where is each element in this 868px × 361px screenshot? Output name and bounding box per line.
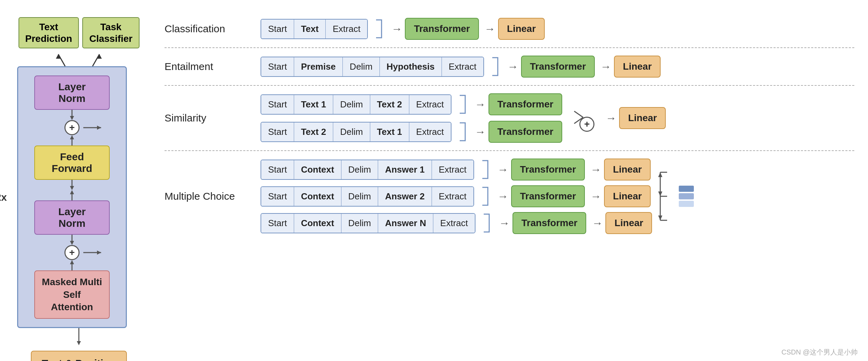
output-boxes: TextPrediction TaskClassifier — [19, 17, 140, 48]
classification-label: Classification — [165, 23, 254, 35]
layer-norm-2: Layer Norm — [34, 200, 110, 235]
mc-row-2: Start Context Delim Answer 2 Extract → T… — [261, 185, 652, 207]
similarity-row-1: Start Text 1 Delim Text 2 Extract → Tran… — [261, 93, 565, 115]
similarity-row-2: Start Text 2 Delim Text 1 Extract → Tran… — [261, 121, 565, 143]
tok-delim-s2: Delim — [333, 123, 370, 141]
plus-circle-2: + — [64, 245, 80, 260]
mc-start-2: Start — [261, 187, 294, 206]
mc-tokens-1: Start Context Delim Answer 1 Extract — [261, 160, 474, 180]
tok-start-s2: Start — [261, 123, 294, 141]
token-text: Text — [294, 20, 326, 38]
embed-box: Text & Position Embed — [31, 351, 127, 361]
task-classification: Classification Start Text Extract → Tran… — [165, 10, 854, 48]
svg-marker-15 — [70, 241, 74, 245]
mc-tokens-2: Start Context Delim Answer 2 Extract — [261, 186, 474, 207]
feed-forward-box: Feed Forward — [34, 145, 110, 180]
tok-delim-s1: Delim — [333, 95, 370, 114]
masked-attn-box: Masked MultiSelf Attention — [34, 270, 110, 319]
mc-row-1: Start Context Delim Answer 1 Extract → T… — [261, 159, 652, 180]
right-panel: Classification Start Text Extract → Tran… — [165, 10, 854, 242]
arrow-mc1: → — [497, 163, 508, 176]
mc-delim-1: Delim — [341, 160, 378, 179]
arrow-mc3b: → — [592, 217, 603, 230]
arrow-sim2: → — [475, 126, 486, 138]
arrow-1: → — [391, 23, 402, 35]
arrow-4: → — [600, 60, 611, 73]
transformer-classification: Transformer — [405, 18, 479, 40]
task-multiple-choice: Multiple Choice Start Context Delim Answ… — [165, 151, 854, 242]
svg-marker-28 — [658, 172, 662, 177]
mc-context-1: Context — [294, 160, 341, 179]
tok-text1-s2: Text 1 — [370, 123, 409, 141]
token-start-e: Start — [261, 57, 294, 76]
similarity-tokens-1: Start Text 1 Delim Text 2 Extract — [261, 94, 451, 115]
linear-sim: Linear — [619, 107, 666, 129]
transformer-mc1: Transformer — [511, 159, 585, 180]
mc-context-3: Context — [294, 214, 341, 233]
svg-marker-29 — [658, 191, 662, 196]
mc-label: Multiple Choice — [165, 190, 254, 202]
mc-extract-1: Extract — [432, 160, 473, 179]
task-classifier-box: TaskClassifier — [82, 17, 139, 48]
transformer-sim1: Transformer — [489, 93, 562, 115]
arrow-2: → — [484, 23, 495, 35]
watermark: CSDN @这个男人是小帅 — [781, 348, 858, 357]
transformer-block: Layer Norm + Feed Forward — [17, 66, 127, 328]
svg-marker-21 — [77, 341, 81, 345]
left-panel: TextPrediction TaskClassifier 12x Layer … — [14, 10, 144, 361]
similarity-tokens-2: Start Text 2 Delim Text 1 Extract — [261, 122, 451, 142]
plus-circle-sim: + — [579, 117, 594, 132]
linear-entailment: Linear — [614, 56, 661, 78]
linear-classification: Linear — [498, 18, 545, 40]
svg-line-22 — [574, 111, 583, 117]
mc-context-2: Context — [294, 187, 341, 206]
arrow-mc2: → — [497, 190, 508, 203]
linear-mc3: Linear — [605, 212, 652, 234]
task-entailment: Entailment Start Premise Delim Hypothesi… — [165, 48, 854, 86]
tok-extract-s1: Extract — [409, 95, 451, 114]
transformer-entailment: Transformer — [521, 56, 595, 78]
classification-tokens: Start Text Extract — [261, 19, 368, 39]
main-container: TextPrediction TaskClassifier 12x Layer … — [0, 0, 868, 361]
arrow-mc1b: → — [590, 163, 601, 176]
token-delim-e: Delim — [343, 57, 379, 76]
entailment-label: Entailment — [165, 61, 254, 72]
svg-line-2 — [93, 54, 99, 66]
mc-row-3: Start Context Delim Answer N Extract → T… — [261, 212, 652, 234]
transformer-sim2: Transformer — [489, 121, 562, 143]
mc-start-3: Start — [261, 214, 294, 233]
svg-marker-13 — [70, 190, 74, 194]
mc-tokens-3: Start Context Delim Answer N Extract — [261, 213, 475, 233]
arrow-3: → — [507, 60, 518, 73]
linear-mc1: Linear — [604, 159, 651, 180]
transformer-mc3: Transformer — [513, 212, 586, 234]
entailment-tokens: Start Premise Delim Hypothesis Extract — [261, 57, 484, 77]
tok-text2-s1: Text 2 — [370, 95, 409, 114]
repeat-label: 12x — [0, 191, 7, 203]
text-prediction-box: TextPrediction — [19, 17, 79, 48]
task-similarity: Similarity Start Text 1 Delim Text 2 Ext… — [165, 86, 854, 151]
svg-line-0 — [58, 54, 65, 66]
mc-delim-2: Delim — [341, 187, 378, 206]
svg-marker-9 — [70, 135, 74, 139]
mc-extract-2: Extract — [432, 187, 473, 206]
arrow-sim1: → — [475, 98, 486, 111]
mc-answer-2: Answer 2 — [378, 187, 432, 206]
mc-answer-1: Answer 1 — [378, 160, 432, 179]
arrow-sim-plus: → — [605, 112, 616, 125]
tok-extract-s2: Extract — [409, 123, 451, 141]
token-extract: Extract — [326, 20, 367, 38]
mc-extract-3: Extract — [433, 214, 475, 233]
tok-start-s1: Start — [261, 95, 294, 114]
plus-circle-1: + — [64, 120, 80, 135]
mc-delim-3: Delim — [341, 214, 378, 233]
mc-start-1: Start — [261, 160, 294, 179]
token-premise: Premise — [294, 57, 343, 76]
svg-marker-5 — [70, 116, 74, 120]
svg-marker-17 — [97, 251, 101, 255]
arrow-mc3: → — [499, 217, 510, 230]
layer-norm-1: Layer Norm — [34, 75, 110, 110]
tok-text1: Text 1 — [294, 95, 333, 114]
mc-answer-n: Answer N — [378, 214, 433, 233]
transformer-mc2: Transformer — [511, 185, 585, 207]
